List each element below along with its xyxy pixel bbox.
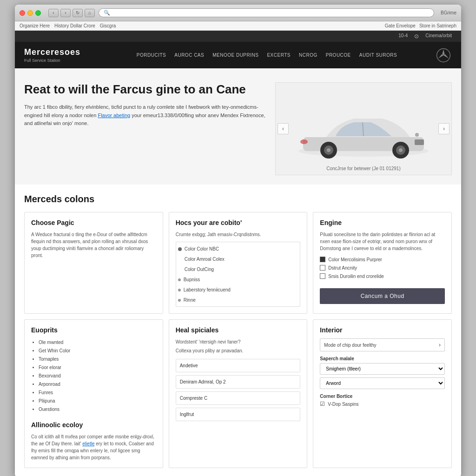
feature-item-7: Pliipuna (39, 397, 156, 405)
browser-titlebar: ‹ › ↻ ⌂ 🔍 C:/stratum/clown, /realfusetio… (15, 5, 461, 21)
configure-button[interactable]: Cancum a Ohud (320, 288, 445, 304)
bullet-small-4 (178, 289, 181, 291)
config-scroll-list[interactable]: Color Color NBC Color Amroal Colex Color… (176, 242, 301, 307)
config-item-5[interactable]: Rinne (178, 295, 298, 305)
engine-option-1[interactable]: Dstrut Ancnity (320, 265, 445, 271)
nav-item-excerts[interactable]: EXCERTS (263, 44, 294, 66)
website-content: 10-4 ⊙ Cinema/orbit Merceresoes Full Ser… (15, 31, 461, 476)
corner-label: Corner Bortice (320, 394, 445, 399)
interior-corner-row: Corner Bortice ☑ V-Dop Saspins (320, 394, 445, 407)
bullet-icon-0 (178, 247, 182, 251)
config-item-0[interactable]: Color Color NBC (178, 244, 298, 254)
svg-point-15 (399, 148, 403, 152)
back-button[interactable]: ‹ (48, 9, 59, 17)
nav-item-proucoe[interactable]: PROUCOE (322, 44, 355, 66)
special-item-2[interactable]: Cornpreste C (176, 391, 301, 405)
interior-select-1[interactable]: Smighern (Itleer) (320, 363, 445, 375)
svg-point-12 (327, 148, 331, 152)
checkbox-2[interactable] (320, 273, 325, 279)
interior-title: Interior (320, 326, 445, 334)
card-config: Hocs your are cobito' Crumte exbgg; Jath… (169, 212, 308, 314)
engine-options: Color Mercolisims Purprer Dstrut Ancnity… (320, 257, 445, 279)
interior-mode-row: Mode of chip dour feelthy › (320, 338, 445, 351)
toolbar-left: Organize Here History Dollar Crore Giscg… (20, 23, 116, 28)
hero-section: Reat to will the Farcus gine to an Cane … (15, 68, 461, 185)
carousel-prev-button[interactable]: ‹ (278, 123, 289, 134)
util-item-1[interactable]: 10-4 (398, 33, 408, 40)
card-engine: Engine Piluati sonecilsne to the darin p… (313, 212, 452, 314)
config-item-3[interactable]: Bupniss (178, 275, 298, 285)
checkbox-1[interactable] (320, 265, 325, 271)
nav-item-ncrog[interactable]: NCROG (295, 44, 321, 66)
interior-mode-select[interactable]: Mode of chip dour feelthy › (320, 338, 445, 351)
brand-logo-area[interactable]: Merceresoes Full Service Station (24, 42, 99, 68)
checkbox-0[interactable] (320, 257, 325, 262)
config-item-1[interactable]: Color Amroal Colex (178, 254, 298, 264)
card-config-title: Hocs your are cobito' (176, 219, 301, 226)
hero-link[interactable]: Flavor abeting (98, 112, 130, 118)
special-item-0[interactable]: Andetive (176, 359, 301, 372)
card-engine-title: Engine (320, 219, 445, 226)
card-config-intro: Crumte exbgg; Jath emasiv-Crqndistnms. (176, 231, 301, 238)
section-title: Merceds colons (24, 194, 452, 205)
store-btn[interactable]: Store in Satrineph (419, 23, 456, 28)
util-icon: ⊙ (414, 33, 419, 40)
forward-button[interactable]: › (60, 9, 71, 17)
cards-grid-bottom: Euoprits Ole mwnted Get Whin Color Torna… (24, 319, 452, 468)
feature-item-5: Arponroad (39, 380, 156, 389)
address-input[interactable]: C:/stratum/clown, /realfusetion (113, 10, 429, 16)
interior-selects-row: Saperch malale Smighern (Itleer) Arword (320, 356, 445, 389)
hero-image-area: ‹ (275, 82, 452, 175)
browser-toolbar: Organize Here History Dollar Crore Giscg… (15, 21, 461, 31)
card-interior: Interior Mode of chip dour feelthy › Sap… (313, 319, 452, 468)
specials-title: Heal spiciales (176, 326, 301, 334)
feature-item-4: Bexorvand (39, 372, 156, 380)
feature-item-2: Tornaples (39, 355, 156, 364)
nav-right (435, 47, 452, 64)
hero-description: Thy arc 1 fibco dbility, fiery elvinblen… (24, 103, 266, 128)
home-button[interactable]: ⌂ (85, 9, 95, 17)
config-item-2[interactable]: Color OutCing (178, 264, 298, 275)
giscgra-btn[interactable]: Giscgra (100, 23, 116, 28)
address-bar[interactable]: 🔍 C:/stratum/clown, /realfusetion (99, 8, 434, 17)
util-item-2[interactable]: Cinema/orbit (425, 33, 452, 40)
config-item-6[interactable]: Pomar Muqued (178, 305, 298, 307)
bullet-small-5 (178, 299, 181, 302)
svg-marker-2 (443, 49, 443, 55)
spacer-1 (178, 258, 182, 261)
checkbox-icon: ☑ (320, 401, 325, 407)
close-button[interactable] (20, 10, 25, 16)
nav-item-audit[interactable]: AUDIT SURORS (356, 44, 401, 66)
history-btn[interactable]: History Dollar Crore (54, 23, 95, 28)
maximize-button[interactable] (35, 10, 41, 16)
arrow-right-icon: › (439, 342, 441, 348)
config-list: Color Color NBC Color Amroal Colex Color… (178, 244, 298, 307)
engine-option-0[interactable]: Color Mercolisims Purprer (320, 257, 445, 262)
mercedes-star-logo (435, 47, 452, 64)
config-item-4[interactable]: Laberstory fenniicuend (178, 285, 298, 295)
carousel-next-button[interactable]: › (438, 123, 450, 134)
car-caption: ConcJrse for betewer (Je 01 01291) (276, 166, 451, 171)
nav-menu: PORDUCITS AUROC CAS MENOOE DUPRINS EXCER… (99, 44, 435, 66)
reload-button[interactable]: ↻ (73, 9, 83, 17)
features-list: Ole mwnted Get Whin Color Tornaples Foor… (31, 338, 156, 414)
features-title: Euoprits (31, 326, 156, 334)
interior-select-2[interactable]: Arword (320, 377, 445, 389)
hero-title: Reat to will the Farcus gine to an Cane (24, 82, 266, 97)
nav-item-porducits[interactable]: PORDUCITS (133, 44, 170, 66)
card-specials: Heal spiciales Wordstent' 'ntersigh nevi… (169, 319, 308, 468)
feature-item-0: Ole mwnted (39, 338, 156, 347)
organize-btn[interactable]: Organize Here (20, 23, 50, 28)
gate-envelope-btn[interactable]: Gate Envelope (385, 23, 416, 28)
advanced-link[interactable]: elietle (82, 441, 94, 446)
specials-desc: Coltexa yours pliby ar pnavadan. (176, 347, 301, 354)
minimize-button[interactable] (27, 10, 33, 16)
special-item-3[interactable]: Inglfrut (176, 408, 301, 421)
bullet-small-3 (178, 278, 181, 281)
spacer-2 (178, 268, 182, 271)
special-item-1[interactable]: Deniram Admral, Op 2 (176, 375, 301, 389)
feature-item-1: Get Whin Color (39, 347, 156, 355)
engine-option-2[interactable]: Srsis Duroilin end crorelide (320, 273, 445, 279)
nav-item-auroc[interactable]: AUROC CAS (171, 44, 208, 66)
nav-item-menooe[interactable]: MENOOE DUPRINS (209, 44, 262, 66)
